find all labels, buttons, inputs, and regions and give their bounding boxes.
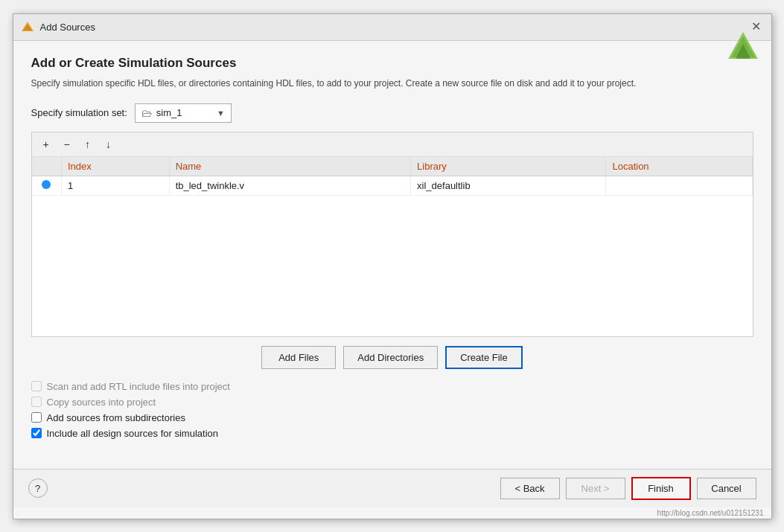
add-files-button[interactable]: Add Files xyxy=(261,346,336,369)
finish-button[interactable]: Finish xyxy=(631,477,691,500)
row-index: 1 xyxy=(62,176,170,195)
cancel-button[interactable]: Cancel xyxy=(697,478,756,499)
checkbox-row[interactable]: Include all design sources for simulatio… xyxy=(31,428,753,439)
checkbox-1 xyxy=(31,381,42,391)
watermark: http://blog.csdn.net/u012151231 xyxy=(13,507,771,519)
actions-row: Add Files Add Directories Create File xyxy=(31,346,753,369)
table-row[interactable]: 1 tb_led_twinkle.v xil_defaultlib xyxy=(32,176,753,195)
dialog-title: Add Sources xyxy=(40,22,95,33)
add-directories-button[interactable]: Add Directories xyxy=(343,346,438,369)
row-location xyxy=(606,176,752,195)
checkbox-row[interactable]: Add sources from subdirectories xyxy=(31,412,753,423)
app-icon xyxy=(21,20,34,33)
folder-icon: 🗁 xyxy=(141,107,152,119)
checkbox-3[interactable] xyxy=(31,412,42,423)
sim-set-label: Specify simulation set: xyxy=(31,107,127,118)
checkbox-label-1: Scan and add RTL include files into proj… xyxy=(47,381,230,392)
row-dot xyxy=(32,176,62,195)
next-button[interactable]: Next > xyxy=(566,478,625,499)
help-button[interactable]: ? xyxy=(28,478,48,498)
page-title: Add or Create Simulation Sources xyxy=(31,56,753,71)
footer: ? < Back Next > Finish Cancel http://blo… xyxy=(13,469,771,519)
checkbox-2 xyxy=(31,397,42,407)
checkbox-row: Copy sources into project xyxy=(31,397,753,408)
table-toolbar: + − ↑ ↓ xyxy=(32,132,753,157)
chevron-down-icon: ▼ xyxy=(217,109,225,118)
col-status xyxy=(32,157,62,176)
move-down-button[interactable]: ↓ xyxy=(99,135,118,153)
title-bar-left: Add Sources xyxy=(21,20,95,33)
remove-file-button[interactable]: − xyxy=(57,135,77,153)
row-name: tb_led_twinkle.v xyxy=(169,176,410,195)
row-library: xil_defaultlib xyxy=(411,176,606,195)
main-content: Add or Create Simulation Sources Specify… xyxy=(13,41,771,469)
col-name: Name xyxy=(169,157,410,176)
col-location: Location xyxy=(606,157,752,176)
checkbox-label-3: Add sources from subdirectories xyxy=(47,412,185,423)
title-bar: Add Sources ✕ xyxy=(13,14,771,41)
sim-set-value: sim_1 xyxy=(156,107,212,118)
checkbox-4[interactable] xyxy=(31,428,42,438)
add-sources-dialog: Add Sources ✕ Add or Create Simulation S… xyxy=(13,13,772,519)
checkbox-row: Scan and add RTL include files into proj… xyxy=(31,381,753,392)
create-file-button[interactable]: Create File xyxy=(445,346,523,369)
footer-row: ? < Back Next > Finish Cancel xyxy=(13,469,771,507)
file-table: Index Name Library Location 1 tb_led_twi… xyxy=(32,157,753,196)
file-table-container: + − ↑ ↓ Index Name xyxy=(31,132,753,337)
add-file-button[interactable]: + xyxy=(36,135,56,153)
checkbox-section: Scan and add RTL include files into proj… xyxy=(31,381,753,439)
move-up-button[interactable]: ↑ xyxy=(78,135,98,153)
sim-set-row: Specify simulation set: 🗁 sim_1 ▼ xyxy=(31,103,753,123)
footer-right: < Back Next > Finish Cancel xyxy=(500,477,756,500)
col-index: Index xyxy=(62,157,170,176)
sim-set-dropdown[interactable]: 🗁 sim_1 ▼ xyxy=(135,103,232,123)
back-button[interactable]: < Back xyxy=(500,478,560,499)
checkbox-label-2: Copy sources into project xyxy=(47,397,156,408)
table-header-row: Index Name Library Location xyxy=(32,157,753,176)
description-text: Specify simulation specific HDL files, o… xyxy=(31,77,753,90)
vivado-logo xyxy=(725,29,761,65)
checkbox-label-4: Include all design sources for simulatio… xyxy=(47,428,219,439)
footer-left: ? xyxy=(28,478,48,498)
col-library: Library xyxy=(411,157,606,176)
